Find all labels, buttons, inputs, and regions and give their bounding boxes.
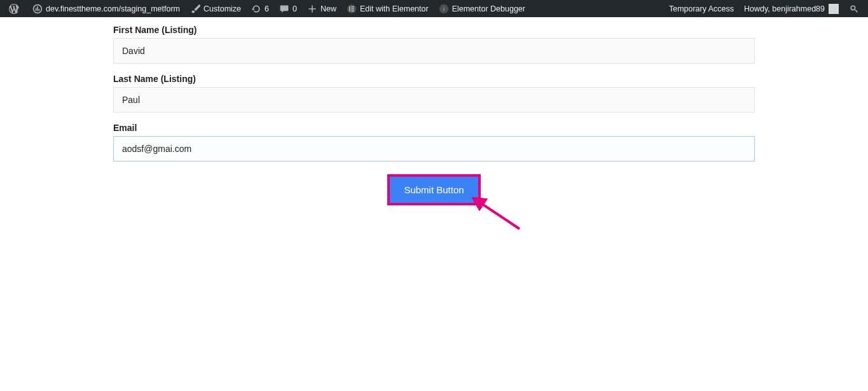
comments-count: 0 xyxy=(293,4,297,13)
comments-link[interactable]: 0 xyxy=(274,0,302,17)
search-link[interactable] xyxy=(844,0,864,17)
updates-link[interactable]: 6 xyxy=(246,0,274,17)
svg-rect-3 xyxy=(351,8,354,10)
search-icon xyxy=(849,4,859,14)
brush-icon xyxy=(190,4,200,14)
user-account-link[interactable]: Howdy, benjirahmed89 xyxy=(739,0,844,17)
elementor-debugger-link[interactable]: i Elementor Debugger xyxy=(434,0,530,17)
dashboard-icon xyxy=(32,4,43,14)
refresh-icon xyxy=(251,4,261,14)
howdy-text: Howdy, benjirahmed89 xyxy=(744,4,825,13)
email-input[interactable] xyxy=(113,136,755,161)
email-label: Email xyxy=(113,123,755,133)
comment-icon xyxy=(279,4,289,14)
svg-rect-2 xyxy=(351,6,354,8)
edit-elementor-text: Edit with Elementor xyxy=(360,4,429,13)
last-name-group: Last Name (Listing) xyxy=(113,74,755,113)
svg-line-8 xyxy=(479,202,520,229)
first-name-label: First Name (Listing) xyxy=(113,25,755,35)
email-group: Email xyxy=(113,123,755,161)
admin-bar-right: Temporary Access Howdy, benjirahmed89 xyxy=(664,0,864,17)
last-name-label: Last Name (Listing) xyxy=(113,74,755,84)
last-name-input[interactable] xyxy=(113,87,755,113)
main-content: First Name (Listing) Last Name (Listing)… xyxy=(0,17,868,205)
svg-rect-4 xyxy=(351,10,354,11)
new-text: New xyxy=(320,4,336,13)
wordpress-icon xyxy=(9,4,19,14)
customize-link[interactable]: Customize xyxy=(185,0,246,17)
plus-icon xyxy=(307,4,317,14)
first-name-input[interactable] xyxy=(113,38,755,64)
svg-rect-1 xyxy=(349,6,350,11)
info-icon: i xyxy=(439,4,449,14)
site-name-text: dev.finesttheme.com/staging_metform xyxy=(46,4,180,13)
admin-bar-left: dev.finesttheme.com/staging_metform Cust… xyxy=(4,0,530,17)
elementor-icon xyxy=(347,4,357,14)
new-link[interactable]: New xyxy=(302,0,341,17)
temp-access-text: Temporary Access xyxy=(669,4,734,13)
updates-count: 6 xyxy=(265,4,269,13)
avatar xyxy=(829,4,839,14)
customize-text: Customize xyxy=(203,4,241,13)
debugger-text: Elementor Debugger xyxy=(452,4,525,13)
submit-wrapper: Submit Button xyxy=(113,174,755,205)
submit-button[interactable]: Submit Button xyxy=(387,174,480,205)
site-name-link[interactable]: dev.finesttheme.com/staging_metform xyxy=(27,0,185,17)
temporary-access-link[interactable]: Temporary Access xyxy=(664,0,739,17)
first-name-group: First Name (Listing) xyxy=(113,25,755,64)
wp-logo[interactable] xyxy=(4,0,27,17)
wp-admin-bar: dev.finesttheme.com/staging_metform Cust… xyxy=(0,0,868,17)
edit-elementor-link[interactable]: Edit with Elementor xyxy=(341,0,434,17)
